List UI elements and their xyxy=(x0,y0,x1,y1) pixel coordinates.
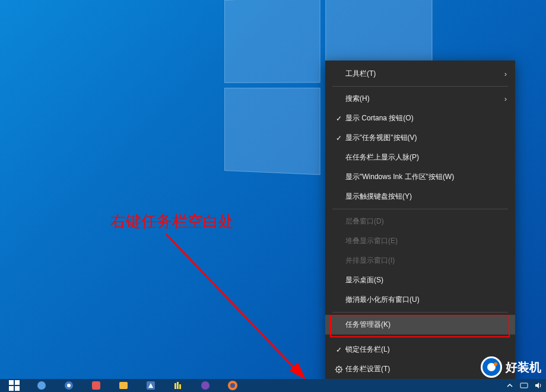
menu-item[interactable]: ✓显示 Cortana 按钮(O) xyxy=(325,109,515,128)
taskbar-icon-group xyxy=(8,380,239,391)
menu-item-label: 显示"Windows Ink 工作区"按钮(W) xyxy=(345,172,507,182)
app-icon-8[interactable] xyxy=(227,380,239,391)
svg-line-0 xyxy=(166,234,300,374)
menu-item-label: 显示桌面(S) xyxy=(345,275,507,285)
menu-item-label: 任务管理器(K) xyxy=(345,320,507,330)
taskbar[interactable] xyxy=(0,379,546,392)
menu-item-label: 堆叠显示窗口(E) xyxy=(345,236,507,246)
logo-pane xyxy=(224,0,320,83)
menu-item: 并排显示窗口(I) xyxy=(325,251,515,270)
svg-rect-28 xyxy=(520,383,528,388)
watermark: 好装机 xyxy=(481,356,541,378)
svg-point-25 xyxy=(201,381,209,390)
watermark-icon xyxy=(481,356,502,378)
svg-rect-24 xyxy=(179,384,181,389)
tray-volume-icon[interactable] xyxy=(534,381,542,390)
svg-point-27 xyxy=(230,383,235,388)
app-icon-2[interactable] xyxy=(63,380,75,391)
menu-item[interactable]: 搜索(H)› xyxy=(325,89,515,109)
svg-point-18 xyxy=(67,384,71,387)
svg-rect-23 xyxy=(177,382,179,389)
app-icon-4[interactable] xyxy=(118,380,129,391)
menu-item-label: 在任务栏上显示人脉(P) xyxy=(345,152,507,162)
menu-item-label: 锁定任务栏(L) xyxy=(345,345,507,355)
svg-rect-15 xyxy=(15,386,20,391)
svg-line-11 xyxy=(341,366,341,367)
menu-item-label: 显示"任务视图"按钮(V) xyxy=(345,133,507,143)
menu-item-label: 撤消最小化所有窗口(U) xyxy=(345,295,507,305)
chevron-right-icon: › xyxy=(499,69,507,78)
logo-pane xyxy=(224,88,320,175)
app-icon-5[interactable] xyxy=(145,380,157,391)
watermark-text: 好装机 xyxy=(506,359,541,375)
menu-item-label: 并排显示窗口(I) xyxy=(345,256,507,266)
menu-item[interactable]: 显示触摸键盘按钮(Y) xyxy=(325,187,515,206)
svg-rect-20 xyxy=(119,382,128,389)
check-icon: ✓ xyxy=(332,134,345,142)
menu-separator xyxy=(332,209,508,209)
svg-point-16 xyxy=(37,381,46,390)
svg-marker-1 xyxy=(290,362,306,380)
tray-chevron-icon[interactable] xyxy=(506,381,514,390)
menu-item[interactable]: ✓显示"任务视图"按钮(V) xyxy=(325,128,515,148)
svg-rect-14 xyxy=(9,386,14,391)
menu-separator xyxy=(332,312,508,313)
menu-item[interactable]: 任务管理器(K) xyxy=(325,315,515,334)
menu-item-label: 搜索(H) xyxy=(345,94,499,104)
svg-line-9 xyxy=(341,371,341,372)
svg-rect-13 xyxy=(15,380,20,385)
chevron-right-icon: › xyxy=(499,94,507,103)
menu-item: 堆叠显示窗口(E) xyxy=(325,231,515,251)
svg-line-10 xyxy=(336,371,337,372)
menu-separator xyxy=(332,86,508,87)
menu-separator xyxy=(332,337,508,337)
menu-item-label: 显示 Cortana 按钮(O) xyxy=(345,113,507,123)
app-icon-1[interactable] xyxy=(36,380,47,391)
menu-item[interactable]: 在任务栏上显示人脉(P) xyxy=(325,148,515,167)
menu-item[interactable]: 显示"Windows Ink 工作区"按钮(W) xyxy=(325,167,515,187)
app-icon-3[interactable] xyxy=(90,380,102,391)
menu-item[interactable]: 工具栏(T)› xyxy=(325,64,515,84)
start-button[interactable] xyxy=(8,380,20,391)
annotation-label: 右键任务栏空白处 xyxy=(110,211,234,232)
svg-rect-22 xyxy=(174,383,176,389)
svg-rect-12 xyxy=(9,380,14,385)
menu-item-label: 层叠窗口(D) xyxy=(345,216,507,227)
svg-point-3 xyxy=(338,368,339,370)
menu-item[interactable]: 撤消最小化所有窗口(U) xyxy=(325,290,515,310)
check-icon: ✓ xyxy=(332,114,345,123)
taskbar-context-menu: 工具栏(T)›搜索(H)›✓显示 Cortana 按钮(O)✓显示"任务视图"按… xyxy=(325,60,515,383)
svg-line-8 xyxy=(336,366,337,367)
menu-item-label: 显示触摸键盘按钮(Y) xyxy=(345,192,507,202)
menu-item: 层叠窗口(D) xyxy=(325,212,515,231)
gear-icon xyxy=(332,365,345,374)
tray-input-icon[interactable] xyxy=(520,381,528,390)
app-icon-6[interactable] xyxy=(172,380,184,391)
app-icon-7[interactable] xyxy=(199,380,211,391)
menu-item-label: 工具栏(T) xyxy=(345,69,499,79)
annotation-arrow xyxy=(160,228,315,385)
svg-rect-19 xyxy=(92,381,100,390)
check-icon: ✓ xyxy=(332,346,345,354)
menu-item[interactable]: 显示桌面(S) xyxy=(325,270,515,290)
system-tray xyxy=(506,379,542,392)
